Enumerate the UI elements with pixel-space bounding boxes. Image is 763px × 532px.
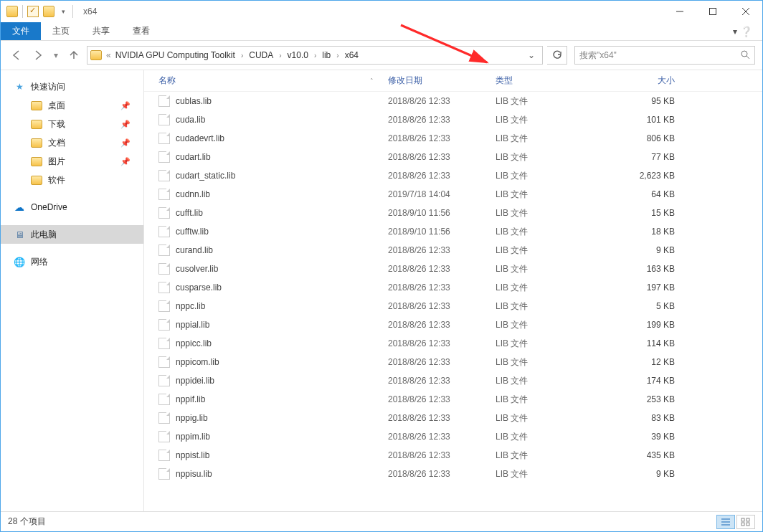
table-row[interactable]: cufft.lib2018/9/10 11:56LIB 文件15 KB xyxy=(144,204,762,222)
file-type: LIB 文件 xyxy=(496,189,603,201)
file-type: LIB 文件 xyxy=(496,300,603,313)
chevron-right-icon: › xyxy=(240,52,245,60)
file-name: nppidei.lib xyxy=(176,376,214,386)
table-row[interactable]: cudnn.lib2019/7/18 14:04LIB 文件64 KB xyxy=(144,185,762,204)
refresh-button[interactable] xyxy=(547,46,567,65)
file-icon xyxy=(158,319,170,331)
table-row[interactable]: curand.lib2018/8/26 12:33LIB 文件9 KB xyxy=(144,241,762,260)
folder-icon xyxy=(31,138,42,148)
table-row[interactable]: nppicc.lib2018/8/26 12:33LIB 文件114 KB xyxy=(144,334,762,353)
sidebar-item-software[interactable]: 软件 xyxy=(1,171,143,189)
star-icon: ★ xyxy=(14,81,25,92)
qat-open-icon[interactable] xyxy=(43,6,54,17)
forward-button[interactable] xyxy=(29,47,47,64)
tab-home[interactable]: 主页 xyxy=(41,22,81,40)
qat-properties-icon[interactable] xyxy=(27,6,39,17)
table-row[interactable]: cudart.lib2018/8/26 12:33LIB 文件77 KB xyxy=(144,148,762,166)
file-size: 9 KB xyxy=(603,245,682,255)
column-date[interactable]: 修改日期 xyxy=(388,75,496,87)
file-type: LIB 文件 xyxy=(496,244,603,257)
table-row[interactable]: nppif.lib2018/8/26 12:33LIB 文件253 KB xyxy=(144,390,762,409)
file-icon xyxy=(158,151,170,163)
qat-dropdown-icon[interactable]: ▾ xyxy=(59,8,68,15)
file-rows[interactable]: cublas.lib2018/8/26 12:33LIB 文件95 KBcuda… xyxy=(144,92,762,511)
table-row[interactable]: nppim.lib2018/8/26 12:33LIB 文件39 KB xyxy=(144,427,762,446)
table-row[interactable]: cudadevrt.lib2018/8/26 12:33LIB 文件806 KB xyxy=(144,129,762,148)
minimize-button[interactable] xyxy=(663,1,696,22)
file-type: LIB 文件 xyxy=(496,263,603,275)
file-name: cudart.lib xyxy=(176,152,211,162)
table-row[interactable]: nppial.lib2018/8/26 12:33LIB 文件199 KB xyxy=(144,315,762,334)
table-row[interactable]: nppicom.lib2018/8/26 12:33LIB 文件12 KB xyxy=(144,353,762,371)
tab-file[interactable]: 文件 xyxy=(1,22,41,40)
sidebar-item-pictures[interactable]: 图片📌 xyxy=(1,152,143,171)
sidebar-label: 此电脑 xyxy=(31,229,57,241)
sidebar-item-onedrive[interactable]: ☁OneDrive xyxy=(1,198,143,217)
chevron-down-icon: ▾ xyxy=(733,27,737,37)
file-date: 2018/8/26 12:33 xyxy=(388,338,496,348)
address-bar[interactable]: « NVIDIA GPU Computing Toolkit› CUDA› v1… xyxy=(87,46,543,65)
table-row[interactable]: nppc.lib2018/8/26 12:33LIB 文件5 KB xyxy=(144,297,762,315)
table-row[interactable]: cusolver.lib2018/8/26 12:33LIB 文件163 KB xyxy=(144,260,762,278)
column-size[interactable]: 大小 xyxy=(603,75,682,87)
sidebar-item-downloads[interactable]: 下载📌 xyxy=(1,115,143,133)
sidebar-item-desktop[interactable]: 桌面📌 xyxy=(1,96,143,115)
sidebar-item-documents[interactable]: 文档📌 xyxy=(1,133,143,152)
ribbon-expand-button[interactable]: ▾❔ xyxy=(723,22,762,40)
file-icon xyxy=(158,114,170,125)
table-row[interactable]: cusparse.lib2018/8/26 12:33LIB 文件197 KB xyxy=(144,278,762,297)
sidebar-item-network[interactable]: 🌐网络 xyxy=(1,252,143,271)
file-size: 9 KB xyxy=(603,469,682,479)
file-name: nppif.lib xyxy=(176,394,205,404)
file-size: 83 KB xyxy=(603,413,682,423)
file-name: nppc.lib xyxy=(176,301,205,311)
file-date: 2018/8/26 12:33 xyxy=(388,133,496,143)
sidebar-item-this-pc[interactable]: 🖥此电脑 xyxy=(1,225,143,244)
table-row[interactable]: cublas.lib2018/8/26 12:33LIB 文件95 KB xyxy=(144,92,762,110)
tab-view[interactable]: 查看 xyxy=(121,22,161,40)
column-name[interactable]: 名称˄ xyxy=(158,75,388,87)
table-row[interactable]: cudart_static.lib2018/8/26 12:33LIB 文件2,… xyxy=(144,166,762,185)
breadcrumb-overflow[interactable]: « xyxy=(106,50,111,60)
search-input[interactable]: 搜索"x64" xyxy=(574,46,755,65)
file-size: 95 KB xyxy=(603,96,682,106)
file-icon xyxy=(158,375,170,386)
file-icon xyxy=(158,282,170,293)
svg-rect-1 xyxy=(710,9,716,15)
column-type[interactable]: 类型 xyxy=(496,75,603,87)
table-row[interactable]: nppig.lib2018/8/26 12:33LIB 文件83 KB xyxy=(144,409,762,427)
up-button[interactable] xyxy=(65,47,82,64)
file-name: curand.lib xyxy=(176,245,213,255)
table-row[interactable]: cufftw.lib2018/9/10 11:56LIB 文件18 KB xyxy=(144,222,762,241)
pin-icon: 📌 xyxy=(120,157,131,166)
breadcrumb-item[interactable]: v10.0 xyxy=(285,50,311,60)
file-date: 2018/8/26 12:33 xyxy=(388,413,496,423)
view-details-button[interactable] xyxy=(716,515,735,529)
breadcrumb-item[interactable]: NVIDIA GPU Computing Toolkit xyxy=(113,50,238,60)
close-button[interactable] xyxy=(729,1,762,22)
table-row[interactable]: nppist.lib2018/8/26 12:33LIB 文件435 KB xyxy=(144,446,762,465)
breadcrumb-item[interactable]: lib xyxy=(319,50,333,60)
address-dropdown[interactable]: ⌄ xyxy=(523,50,539,60)
table-row[interactable]: nppidei.lib2018/8/26 12:33LIB 文件174 KB xyxy=(144,371,762,390)
view-large-icons-button[interactable] xyxy=(736,515,755,529)
tab-share[interactable]: 共享 xyxy=(81,22,121,40)
file-size: 199 KB xyxy=(603,320,682,330)
breadcrumb-item[interactable]: x64 xyxy=(342,50,361,60)
file-type: LIB 文件 xyxy=(496,431,603,443)
maximize-button[interactable] xyxy=(696,1,729,22)
file-size: 15 KB xyxy=(603,208,682,218)
file-type: LIB 文件 xyxy=(496,95,603,108)
file-icon xyxy=(158,226,170,237)
sidebar-item-quick-access[interactable]: ★快速访问 xyxy=(1,77,143,96)
file-size: 253 KB xyxy=(603,394,682,404)
table-row[interactable]: cuda.lib2018/8/26 12:33LIB 文件101 KB xyxy=(144,110,762,129)
breadcrumb-item[interactable]: CUDA xyxy=(246,50,276,60)
file-type: LIB 文件 xyxy=(496,151,603,163)
back-button[interactable] xyxy=(8,47,25,64)
table-row[interactable]: nppisu.lib2018/8/26 12:33LIB 文件9 KB xyxy=(144,465,762,483)
file-type: LIB 文件 xyxy=(496,338,603,350)
recent-dropdown[interactable]: ▾ xyxy=(51,47,61,64)
file-size: 435 KB xyxy=(603,450,682,460)
folder-icon xyxy=(90,50,102,60)
